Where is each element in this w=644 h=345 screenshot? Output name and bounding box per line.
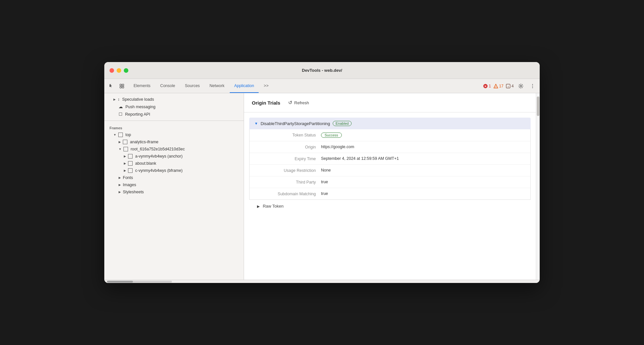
devtools-window: DevTools - web.dev/ Elements xyxy=(104,62,540,283)
sidebar-label: analytics-iframe xyxy=(130,140,159,144)
refresh-icon: ↺ xyxy=(288,100,292,106)
sidebar-label: top xyxy=(125,133,131,137)
arrow-right-icon: ▶ xyxy=(124,169,126,172)
info-count: 4 xyxy=(511,84,514,88)
more-options-icon[interactable] xyxy=(528,82,537,91)
refresh-label: Refresh xyxy=(294,100,309,105)
arrow-down-icon: ▼ xyxy=(113,133,116,136)
sidebar-item-analytics-iframe[interactable]: ▶ analytics-iframe xyxy=(104,138,244,146)
layers-icon[interactable] xyxy=(117,82,126,91)
svg-rect-5 xyxy=(120,84,122,86)
trial-details: Token Status Success Origin https://goog… xyxy=(249,129,531,200)
detail-row-token-status: Token Status Success xyxy=(250,129,530,141)
cursor-icon[interactable] xyxy=(107,82,116,91)
sidebar-item-about-blank[interactable]: ▶ about:blank xyxy=(104,160,244,167)
frame-icon xyxy=(123,147,128,151)
tab-more[interactable]: >> xyxy=(259,79,273,93)
raw-token-row[interactable]: ▶ Raw Token xyxy=(249,200,531,212)
tab-application[interactable]: Application xyxy=(230,79,259,93)
svg-text:i: i xyxy=(508,85,509,88)
frame-icon xyxy=(123,140,127,144)
toolbar: Elements Console Sources Network Applica… xyxy=(104,79,540,93)
frame-icon xyxy=(128,168,133,173)
content-area: Origin Trials ↺ Refresh ▼ DisableThirdPa… xyxy=(244,93,540,280)
sidebar-label: Fonts xyxy=(123,175,133,180)
arrow-right-icon: ▶ xyxy=(119,176,121,179)
svg-point-14 xyxy=(520,85,522,87)
sidebar-label: root_616a752e1b5d4210d3ec xyxy=(131,147,185,151)
sidebar-item-push-messaging[interactable]: ☁ Push messaging xyxy=(104,103,244,110)
tab-network[interactable]: Network xyxy=(205,79,229,93)
scrollbar-thumb[interactable] xyxy=(537,96,539,116)
detail-label-usage: Usage Restriction xyxy=(257,168,316,173)
frame-icon xyxy=(128,154,133,159)
content-header: Origin Trials ↺ Refresh xyxy=(244,93,536,112)
minimize-button[interactable] xyxy=(117,68,121,73)
refresh-button[interactable]: ↺ Refresh xyxy=(286,98,312,107)
svg-point-17 xyxy=(532,87,533,88)
sidebar-label: Speculative loads xyxy=(122,97,154,102)
tab-elements[interactable]: Elements xyxy=(129,79,155,93)
sidebar-item-top[interactable]: ▼ top xyxy=(104,131,244,138)
sidebar-item-stylesheets[interactable]: ▶ Stylesheets xyxy=(104,188,244,196)
fullscreen-button[interactable] xyxy=(124,68,128,73)
sidebar-section-frames: Frames xyxy=(104,123,244,131)
detail-label-subdomain: Subdomain Matching xyxy=(257,191,316,196)
svg-point-15 xyxy=(532,84,533,84)
detail-row-expiry: Expiry Time September 4, 2024 at 12:59:5… xyxy=(250,153,530,165)
info-badge[interactable]: i 4 xyxy=(506,84,514,88)
sidebar-item-anchor[interactable]: ▶ a-vynmy4vb4wys (anchor) xyxy=(104,153,244,160)
arrow-right-icon: ▶ xyxy=(113,98,116,101)
trial-header[interactable]: ▼ DisableThirdPartyStoragePartitioning E… xyxy=(249,118,531,129)
trial-name: DisableThirdPartyStoragePartitioning xyxy=(261,121,330,126)
tab-console[interactable]: Console xyxy=(156,79,180,93)
sidebar-label: about:blank xyxy=(135,161,156,166)
detail-row-third-party: Third Party true xyxy=(250,176,530,188)
titlebar: DevTools - web.dev/ xyxy=(104,62,540,79)
detail-value-usage: None xyxy=(321,168,331,172)
arrow-down-icon: ▼ xyxy=(119,147,122,151)
sidebar-item-bframe[interactable]: ▶ c-vynmy4vb4wys (bframe) xyxy=(104,167,244,174)
settings-icon[interactable] xyxy=(516,82,525,91)
sidebar-divider xyxy=(104,121,244,121)
svg-rect-6 xyxy=(122,84,124,86)
detail-label-token-status: Token Status xyxy=(257,133,316,137)
trial-section: ▼ DisableThirdPartyStoragePartitioning E… xyxy=(249,118,531,212)
detail-value-expiry: September 4, 2024 at 12:59:59 AM GMT+1 xyxy=(321,156,399,161)
content-scrollbar[interactable] xyxy=(536,93,540,280)
scroll-thumb[interactable] xyxy=(107,281,133,283)
svg-rect-0 xyxy=(109,84,111,84)
tab-list: Elements Console Sources Network Applica… xyxy=(129,79,273,93)
warning-badge[interactable]: ! 17 xyxy=(494,84,503,88)
arrow-right-icon: ▶ xyxy=(119,183,121,186)
arrow-right-icon: ▶ xyxy=(119,190,121,194)
frame-icon xyxy=(118,133,123,137)
detail-row-usage: Usage Restriction None xyxy=(250,165,530,176)
sidebar-item-fonts[interactable]: ▶ Fonts xyxy=(104,174,244,181)
detail-value-origin: https://google.com xyxy=(321,145,354,149)
sidebar-item-root[interactable]: ▼ root_616a752e1b5d4210d3ec xyxy=(104,146,244,153)
toolbar-right: ✕ 1 ! 17 i 4 xyxy=(483,82,537,91)
error-badge[interactable]: ✕ 1 xyxy=(483,84,491,88)
trial-expand-icon: ▼ xyxy=(254,121,258,125)
arrow-right-icon: ▶ xyxy=(124,155,126,158)
raw-token-label: Raw Token xyxy=(263,204,284,209)
arrow-right-icon: ▶ xyxy=(124,162,126,165)
sidebar-item-reporting-api[interactable]: ☐ Reporting API xyxy=(104,110,244,118)
sidebar-item-speculative-loads[interactable]: ▶ ↕ Speculative loads xyxy=(104,96,244,103)
error-count: 1 xyxy=(489,84,491,88)
close-button[interactable] xyxy=(109,68,114,73)
sidebar-label: Reporting API xyxy=(125,112,150,117)
svg-rect-1 xyxy=(109,85,110,86)
content-panel: Origin Trials ↺ Refresh ▼ DisableThirdPa… xyxy=(244,93,536,280)
trial-enabled-badge: Enabled xyxy=(333,121,352,126)
scroll-track[interactable] xyxy=(107,281,172,283)
frame-icon xyxy=(128,161,133,166)
warning-count: 17 xyxy=(499,84,503,88)
sidebar-item-images[interactable]: ▶ Images xyxy=(104,181,244,188)
detail-label-expiry: Expiry Time xyxy=(257,156,316,161)
detail-label-origin: Origin xyxy=(257,145,316,149)
traffic-lights xyxy=(109,68,128,73)
tab-sources[interactable]: Sources xyxy=(180,79,204,93)
raw-token-arrow: ▶ xyxy=(257,204,260,208)
